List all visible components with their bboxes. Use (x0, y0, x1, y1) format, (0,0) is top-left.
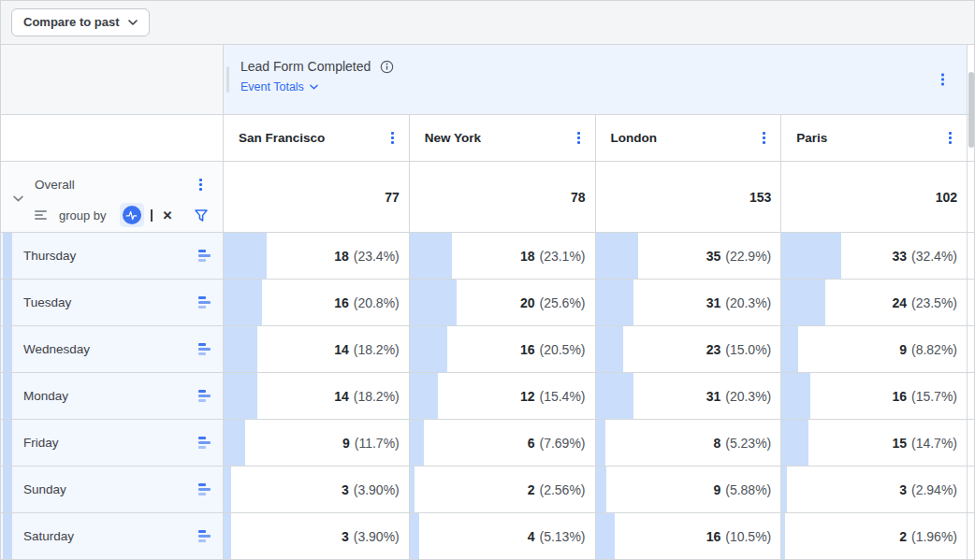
value-cell[interactable]: 31 (20.3%) (596, 373, 782, 420)
distribution-bars-icon[interactable] (198, 390, 211, 402)
row-label-cell[interactable]: Tuesday (1, 280, 224, 326)
distribution-bars-icon[interactable] (198, 343, 211, 355)
overall-total-cell[interactable]: 102 (781, 162, 968, 233)
column-resize-handle[interactable] (226, 66, 229, 93)
count-value: 6 (528, 436, 535, 451)
value-bar (224, 233, 267, 279)
value-cell[interactable]: 16 (20.8%) (224, 280, 410, 326)
column-header-cell[interactable]: London (596, 115, 782, 162)
value-cell[interactable]: 2 (1.96%) (781, 513, 968, 560)
scrollbar-gutter (968, 513, 975, 560)
column-label: San Francisco (239, 131, 325, 145)
value-cell[interactable]: 23 (15.0%) (596, 326, 782, 373)
overall-total-cell[interactable]: 78 (410, 162, 596, 233)
overall-total-cell[interactable]: 153 (596, 162, 782, 233)
overall-menu-kebab-icon[interactable] (196, 175, 206, 194)
row-accent-stripe (3, 373, 12, 419)
value-cell[interactable]: 6 (7.69%) (410, 420, 596, 467)
value-cell[interactable]: 20 (25.6%) (410, 280, 596, 326)
count-value: 8 (713, 436, 720, 451)
value-cell[interactable]: 14 (18.2%) (224, 326, 410, 373)
count-value: 18 (334, 249, 349, 264)
value-cell[interactable]: 9 (11.7%) (224, 420, 410, 467)
row-label-cell[interactable]: Sunday (1, 467, 224, 513)
column-header-cell[interactable]: Paris (781, 115, 968, 162)
column-menu-kebab-icon[interactable] (574, 128, 584, 148)
distribution-bars-icon[interactable] (198, 530, 211, 542)
filter-funnel-icon[interactable] (195, 209, 208, 222)
value-cell[interactable]: 18 (23.4%) (224, 233, 410, 280)
label-column-spacer (1, 115, 224, 162)
table-body: Thursday 18 (23.4%) 18 (23.1%) 35 (22.9%… (1, 233, 975, 560)
value-cell[interactable]: 14 (18.2%) (224, 373, 410, 420)
data-table: Lead Form Completed Event Totals San Fra… (0, 45, 975, 560)
collapse-chevron-down-icon[interactable] (13, 195, 23, 202)
toolbar: Compare to past (0, 0, 975, 45)
scrollbar-gutter (968, 326, 975, 373)
count-value: 4 (528, 529, 535, 544)
value-bar (224, 467, 231, 512)
event-menu-kebab-icon[interactable] (938, 70, 948, 90)
value-cell[interactable]: 24 (23.5%) (781, 280, 968, 326)
value-cell[interactable]: 3 (2.94%) (781, 467, 968, 513)
scrollbar-gutter (968, 420, 975, 467)
value-bar (781, 467, 787, 512)
value-cell[interactable]: 16 (10.5%) (596, 513, 782, 560)
row-label: Wednesday (23, 342, 90, 356)
value-cell[interactable]: 9 (8.82%) (781, 326, 968, 373)
count-value: 16 (520, 342, 535, 357)
column-header-cell[interactable]: New York (410, 115, 596, 162)
group-by-property-chip[interactable] (120, 203, 144, 227)
percent-value: (18.2%) (354, 389, 400, 404)
distribution-bars-icon[interactable] (198, 483, 211, 495)
value-cell[interactable]: 16 (20.5%) (410, 326, 596, 373)
row-label-cell[interactable]: Monday (1, 373, 224, 420)
value-bar (410, 326, 448, 372)
overall-total-cell[interactable]: 77 (224, 162, 410, 233)
vertical-scrollbar-thumb[interactable] (968, 72, 974, 148)
value-cell[interactable]: 3 (3.90%) (224, 467, 410, 513)
table-row: Monday 14 (18.2%) 12 (15.4%) 31 (20.3%) … (1, 373, 975, 420)
info-circle-icon[interactable] (380, 60, 394, 74)
remove-group-by-close-icon[interactable]: ✕ (163, 209, 173, 222)
value-cell[interactable]: 16 (15.7%) (781, 373, 968, 420)
column-menu-kebab-icon[interactable] (387, 128, 398, 148)
row-label-cell[interactable]: Thursday (1, 233, 224, 280)
value-cell[interactable]: 35 (22.9%) (596, 233, 782, 280)
row-accent-stripe (3, 280, 12, 325)
column-menu-kebab-icon[interactable] (759, 128, 769, 148)
value-bar (596, 513, 616, 559)
count-value: 23 (706, 342, 721, 357)
row-label-cell[interactable]: Wednesday (1, 326, 224, 373)
corner-cell (1, 45, 224, 115)
value-bar (224, 513, 231, 559)
distribution-bars-icon[interactable] (198, 437, 211, 449)
count-value: 31 (706, 389, 721, 404)
column-menu-kebab-icon[interactable] (945, 128, 955, 148)
row-label: Sunday (23, 482, 66, 496)
compare-to-past-button[interactable]: Compare to past (11, 8, 150, 36)
overall-total-value: 78 (571, 190, 586, 205)
row-label-cell[interactable]: Saturday (1, 513, 224, 560)
value-cell[interactable]: 9 (5.88%) (596, 467, 782, 513)
row-label: Thursday (23, 249, 76, 263)
value-cell[interactable]: 4 (5.13%) (410, 513, 596, 560)
metric-selector[interactable]: Event Totals (240, 80, 318, 93)
table-row: Thursday 18 (23.4%) 18 (23.1%) 35 (22.9%… (1, 233, 975, 280)
row-label-cell[interactable]: Friday (1, 420, 224, 467)
value-cell[interactable]: 18 (23.1%) (410, 233, 596, 280)
value-cell[interactable]: 33 (32.4%) (781, 233, 968, 280)
value-cell[interactable]: 8 (5.23%) (596, 420, 782, 467)
value-cell[interactable]: 12 (15.4%) (410, 373, 596, 420)
table-row: Saturday 3 (3.90%) 4 (5.13%) 16 (10.5%) … (1, 513, 975, 560)
distribution-bars-icon[interactable] (198, 296, 211, 309)
value-bar (224, 373, 257, 419)
value-cell[interactable]: 2 (2.56%) (410, 467, 596, 513)
percent-value: (11.7%) (355, 436, 400, 451)
value-cell[interactable]: 31 (20.3%) (596, 280, 782, 326)
distribution-bars-icon[interactable] (198, 250, 211, 262)
value-cell[interactable]: 15 (14.7%) (781, 420, 968, 467)
value-cell[interactable]: 3 (3.90%) (224, 513, 410, 560)
count-value: 9 (713, 482, 720, 497)
column-header-cell[interactable]: San Francisco (224, 115, 410, 162)
